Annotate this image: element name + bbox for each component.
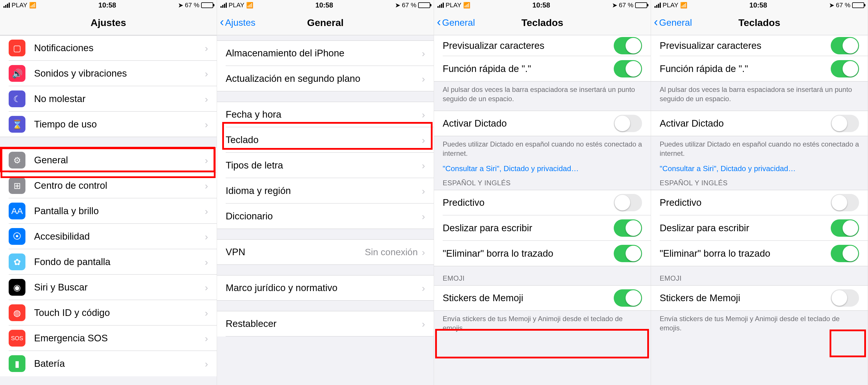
- row-touch-id[interactable]: ◍ Touch ID y código ›: [0, 300, 217, 325]
- row-funcion-rapida[interactable]: Función rápida de ".": [434, 56, 651, 82]
- settings-list[interactable]: ▢ Notificaciones › 🔊 Sonidos y vibracion…: [0, 35, 217, 376]
- toggle-dictado[interactable]: [831, 115, 859, 132]
- row-notificaciones[interactable]: ▢ Notificaciones ›: [0, 35, 217, 61]
- row-teclado[interactable]: Teclado ›: [217, 127, 434, 153]
- row-no-molestar[interactable]: ☾ No molestar ›: [0, 86, 217, 112]
- row-memoji[interactable]: Stickers de Memoji: [651, 285, 868, 311]
- page-title: Ajustes: [91, 17, 126, 28]
- nav-bar: ‹ Ajustes General: [217, 10, 434, 35]
- row-vpn[interactable]: VPN Sin conexión ›: [217, 239, 434, 265]
- wifi-icon: 📶: [463, 2, 470, 9]
- toggle-memoji[interactable]: [831, 289, 859, 307]
- toggle-previsualizar[interactable]: [614, 37, 642, 54]
- row-restablecer[interactable]: Restablecer ›: [217, 311, 434, 336]
- nav-bar: Ajustes: [0, 10, 217, 35]
- back-button[interactable]: ‹ General: [437, 10, 475, 35]
- chevron-right-icon: ›: [205, 333, 208, 344]
- toggle-memoji[interactable]: [614, 289, 642, 307]
- row-deslizar[interactable]: Deslizar para escribir: [434, 215, 651, 241]
- signal-icon: [437, 3, 444, 8]
- row-fecha-hora[interactable]: Fecha y hora ›: [217, 102, 434, 127]
- link-siri-privacy[interactable]: "Consultar a Siri", Dictado y privacidad…: [651, 160, 868, 176]
- link-siri-privacy[interactable]: "Consultar a Siri", Dictado y privacidad…: [434, 160, 651, 176]
- row-funcion-rapida[interactable]: Función rápida de ".": [651, 56, 868, 82]
- battery-icon: [418, 2, 430, 8]
- accessibility-icon: ⦿: [9, 228, 25, 245]
- toggle-deslizar[interactable]: [614, 219, 642, 237]
- chevron-right-icon: ›: [205, 282, 208, 293]
- row-centro-control[interactable]: ⊞ Centro de control ›: [0, 173, 217, 198]
- row-tiempo-uso[interactable]: ⌛ Tiempo de uso ›: [0, 112, 217, 137]
- toggle-predictivo[interactable]: [831, 194, 859, 211]
- toggle-previsualizar[interactable]: [831, 37, 859, 54]
- wifi-icon: 📶: [680, 2, 687, 9]
- toggle-funcion-rapida[interactable]: [831, 60, 859, 78]
- battery-icon: [852, 2, 864, 8]
- carrier-label: PLAY: [662, 1, 678, 9]
- signal-icon: [220, 3, 227, 8]
- row-fondo-pantalla[interactable]: ✿ Fondo de pantalla ›: [0, 249, 217, 274]
- row-actualizacion[interactable]: Actualización en segundo plano ›: [217, 66, 434, 91]
- teclados-list[interactable]: Previsualizar caracteres Función rápida …: [434, 35, 651, 334]
- chevron-right-icon: ›: [422, 185, 425, 197]
- row-pantalla-brillo[interactable]: AA Pantalla y brillo ›: [0, 198, 217, 224]
- row-deslizar[interactable]: Deslizar para escribir: [651, 215, 868, 241]
- footer-dictado: Puedes utilizar Dictado en español cuand…: [651, 136, 868, 160]
- chevron-right-icon: ›: [205, 256, 208, 268]
- toggle-funcion-rapida[interactable]: [614, 60, 642, 78]
- sound-icon: 🔊: [9, 65, 25, 82]
- row-tipos-letra[interactable]: Tipos de letra ›: [217, 153, 434, 178]
- toggle-deslizar[interactable]: [831, 219, 859, 237]
- row-bateria[interactable]: ▮ Batería ›: [0, 351, 217, 376]
- teclados-list[interactable]: Previsualizar caracteres Función rápida …: [651, 35, 868, 334]
- row-sonidos[interactable]: 🔊 Sonidos y vibraciones ›: [0, 61, 217, 86]
- toggle-eliminar[interactable]: [614, 245, 642, 262]
- row-siri-buscar[interactable]: ◉ Siri y Buscar ›: [0, 274, 217, 300]
- wifi-icon: 📶: [29, 2, 36, 9]
- row-dictado[interactable]: Activar Dictado: [651, 111, 868, 136]
- location-icon: ➤: [829, 2, 834, 9]
- page-title: General: [307, 17, 344, 28]
- page-title: Teclados: [522, 17, 563, 28]
- row-general[interactable]: ⚙ General ›: [0, 147, 217, 173]
- chevron-right-icon: ›: [205, 358, 208, 369]
- row-idioma-region[interactable]: Idioma y región ›: [217, 178, 434, 204]
- siri-icon: ◉: [9, 279, 25, 296]
- row-predictivo[interactable]: Predictivo: [434, 190, 651, 215]
- chevron-right-icon: ›: [205, 231, 208, 242]
- chevron-right-icon: ›: [205, 155, 208, 166]
- row-sos[interactable]: SOS Emergencia SOS ›: [0, 325, 217, 351]
- row-previsualizar[interactable]: Previsualizar caracteres: [651, 35, 868, 56]
- back-button[interactable]: ‹ General: [654, 10, 692, 35]
- general-list[interactable]: Almacenamiento del iPhone › Actualizació…: [217, 35, 434, 336]
- location-icon: ➤: [178, 2, 183, 9]
- back-button[interactable]: ‹ Ajustes: [220, 10, 255, 35]
- signal-icon: [3, 3, 10, 8]
- screen-teclados-off: PLAY 📶 10:58 ➤ 67 % ‹ General Teclados P…: [651, 0, 868, 385]
- carrier-label: PLAY: [228, 1, 244, 9]
- wallpaper-icon: ✿: [9, 254, 25, 270]
- header-lang: ESPAÑOL Y INGLÉS: [651, 176, 868, 190]
- toggle-dictado[interactable]: [614, 115, 642, 132]
- chevron-right-icon: ›: [205, 180, 208, 191]
- row-almacenamiento[interactable]: Almacenamiento del iPhone ›: [217, 40, 434, 66]
- row-predictivo[interactable]: Predictivo: [651, 190, 868, 215]
- status-bar: PLAY 📶 10:58 ➤ 67 %: [434, 0, 651, 10]
- row-dictado[interactable]: Activar Dictado: [434, 111, 651, 136]
- row-marco-juridico[interactable]: Marco jurídico y normativo ›: [217, 275, 434, 301]
- status-bar: PLAY 📶 10:58 ➤ 67 %: [0, 0, 217, 10]
- row-previsualizar[interactable]: Previsualizar caracteres: [434, 35, 651, 56]
- toggle-eliminar[interactable]: [831, 245, 859, 262]
- row-eliminar[interactable]: "Eliminar" borra lo trazado: [651, 241, 868, 266]
- chevron-right-icon: ›: [422, 318, 425, 329]
- battery-pct: 67 %: [836, 1, 850, 9]
- row-diccionario[interactable]: Diccionario ›: [217, 204, 434, 229]
- toggle-predictivo[interactable]: [614, 194, 642, 211]
- chevron-right-icon: ›: [205, 42, 208, 54]
- row-eliminar[interactable]: "Eliminar" borra lo trazado: [434, 241, 651, 266]
- row-accesibilidad[interactable]: ⦿ Accesibilidad ›: [0, 224, 217, 249]
- carrier-label: PLAY: [445, 1, 461, 9]
- location-icon: ➤: [395, 2, 400, 9]
- signal-icon: [654, 3, 661, 8]
- row-memoji[interactable]: Stickers de Memoji: [434, 285, 651, 311]
